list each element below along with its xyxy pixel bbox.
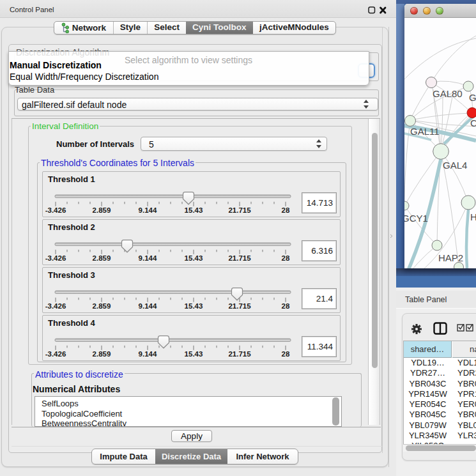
svg-text:2.859: 2.859 — [93, 206, 111, 214]
svg-text:15.43: 15.43 — [185, 302, 203, 310]
svg-text:GAL11: GAL11 — [410, 126, 440, 137]
svg-text:-3.426: -3.426 — [45, 350, 66, 358]
svg-text:15.43: 15.43 — [185, 206, 203, 214]
svg-text:2.859: 2.859 — [93, 302, 111, 310]
svg-text:28: 28 — [282, 350, 290, 358]
svg-text:28: 28 — [282, 206, 290, 214]
svg-text:21.715: 21.715 — [228, 302, 251, 310]
svg-text:HAP2: HAP2 — [438, 252, 463, 263]
svg-text:28: 28 — [282, 254, 290, 262]
svg-text:15.43: 15.43 — [185, 254, 203, 262]
svg-text:9.144: 9.144 — [139, 254, 157, 262]
svg-text:28: 28 — [282, 302, 290, 310]
svg-text:C: C — [470, 118, 476, 128]
svg-text:21.715: 21.715 — [228, 254, 251, 262]
svg-text:2.859: 2.859 — [93, 254, 111, 262]
svg-text:15.43: 15.43 — [185, 350, 203, 358]
svg-text:GCY1: GCY1 — [404, 213, 428, 224]
svg-text:H: H — [470, 211, 476, 222]
svg-text:2.859: 2.859 — [93, 350, 111, 358]
svg-text:-3.426: -3.426 — [45, 302, 66, 310]
svg-text:9.144: 9.144 — [139, 302, 157, 310]
svg-text:-3.426: -3.426 — [45, 254, 66, 262]
svg-text:GA: GA — [469, 92, 476, 103]
svg-text:9.144: 9.144 — [139, 350, 157, 358]
svg-text:9.144: 9.144 — [139, 206, 157, 214]
svg-text:GAL80: GAL80 — [433, 88, 463, 99]
svg-text:21.715: 21.715 — [228, 206, 251, 214]
svg-text:21.715: 21.715 — [228, 350, 251, 358]
svg-text:GAL4: GAL4 — [443, 160, 467, 171]
svg-text:-3.426: -3.426 — [45, 206, 66, 214]
